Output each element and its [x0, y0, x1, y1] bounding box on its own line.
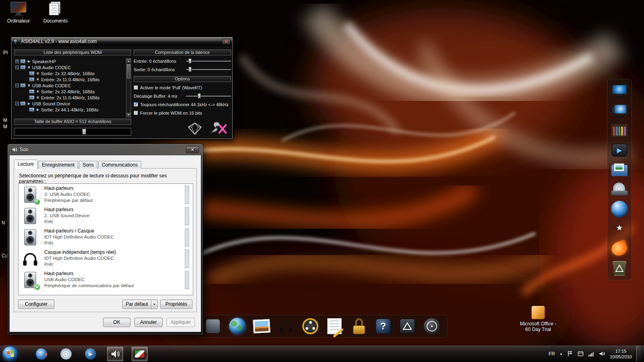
status-off-icon[interactable]: × [36, 95, 40, 100]
media-library-icon[interactable] [611, 122, 628, 139]
device-row[interactable]: Haut-parleurs / Casque IDT High Definiti… [19, 226, 193, 248]
volume-icon[interactable] [599, 351, 605, 357]
notes-icon[interactable] [326, 317, 343, 335]
status-off-icon[interactable]: × [36, 77, 40, 82]
show-desktop-button[interactable] [636, 346, 641, 362]
movies-reel-icon[interactable] [301, 317, 319, 335]
tree-item[interactable]: × Entrée: 2x 11.0-48kHz, 16Bits [14, 95, 125, 101]
tree-item[interactable]: - ▶ USB Sound Device [14, 101, 125, 107]
expander-icon[interactable]: + [15, 60, 19, 63]
recycle-bin-icon[interactable] [611, 260, 628, 277]
taskbar-volume-mixer-button[interactable] [107, 347, 123, 361]
device-row[interactable]: Haut-parleurs USB Audio CODEC Périphériq… [19, 269, 193, 290]
option-pull-mode[interactable]: Activer le mode 'Pull' (WaveRT) [134, 84, 231, 90]
close-button[interactable]: ✕ [186, 146, 199, 153]
taskbar-media-disc-icon[interactable] [58, 347, 74, 361]
buffer-size-slider[interactable] [14, 128, 131, 136]
tree-item[interactable]: ▶ Sortie: 2x 44.1-48kHz, 16Bits [14, 107, 125, 113]
device-row[interactable]: Casque indépendant (temps réel) IDT High… [19, 248, 193, 269]
ok-button[interactable]: OK [103, 318, 130, 327]
security-lock-icon[interactable] [350, 317, 368, 335]
status-play-icon[interactable]: ▶ [36, 108, 40, 111]
compass-browser-icon[interactable] [423, 317, 441, 335]
tab-lecture[interactable]: Lecture [14, 160, 37, 169]
status-off-icon[interactable]: × [27, 65, 31, 70]
recycle-box-icon[interactable] [398, 317, 416, 335]
hidden-icons-chevron[interactable]: ▲ [559, 352, 563, 356]
pictures-icon[interactable] [253, 317, 270, 335]
status-play-icon[interactable]: ▶ [27, 60, 31, 63]
expander-icon[interactable]: - [15, 84, 19, 87]
properties-button[interactable]: Propriétés [160, 300, 192, 309]
apply-button[interactable]: Appliquer [167, 318, 195, 327]
headphones-icon[interactable] [277, 317, 295, 335]
son-titlebar[interactable]: Son ✕ [9, 144, 201, 155]
status-off-icon[interactable]: × [36, 71, 40, 76]
slider-handle[interactable] [188, 67, 192, 72]
scroll-up-icon[interactable]: ▲ [126, 59, 131, 64]
slider-handle[interactable] [198, 93, 201, 99]
checkbox-checked[interactable] [134, 102, 138, 107]
scrollbar-vertical[interactable]: ▲ ▼ [126, 58, 131, 117]
tree-item[interactable]: × Entrée: 2x 11.0-48kHz, 16Bits [14, 76, 125, 82]
taskbar-media-player-icon[interactable]: ▶ [83, 347, 99, 361]
favorites-star-icon[interactable]: ★ [611, 220, 628, 237]
status-off-icon[interactable]: × [27, 83, 31, 88]
tree-item[interactable]: × Sortie: 2x 32-48kHz, 16Bits [14, 88, 125, 95]
dual-display-icon[interactable] [611, 102, 628, 119]
winamp-swoosh-icon[interactable] [611, 240, 628, 257]
tab-communications[interactable]: Communications [98, 161, 141, 169]
window-icon[interactable] [578, 351, 584, 357]
computer-icon[interactable] [611, 82, 628, 99]
expander-icon[interactable]: - [15, 102, 19, 105]
asio4all-diamond-icon[interactable] [188, 123, 202, 135]
desktop-icon-documents[interactable]: Documents [39, 2, 72, 24]
option-resample[interactable]: Toujours rééchantillonner 44.1kHz <-> 48… [134, 101, 231, 107]
tab-enregistrement[interactable]: Enregistrement [38, 161, 78, 169]
chevron-down-icon[interactable]: ▼ [151, 300, 157, 309]
start-button[interactable] [2, 346, 18, 362]
disc-drive-icon[interactable] [611, 181, 628, 198]
close-button[interactable]: ✕ [222, 39, 231, 45]
tree-item[interactable]: - × USB Audio CODEC [14, 64, 125, 70]
media-player-icon[interactable]: ▶ [611, 142, 628, 158]
desktop-icon-microsoft-office[interactable]: Microsoft Office - 60 Day Trial [517, 306, 559, 332]
action-center-flag-icon[interactable] [567, 351, 573, 357]
scrollbar-thumb[interactable] [127, 64, 130, 78]
buffer-offset-slider[interactable] [186, 93, 231, 99]
configure-button[interactable]: Configurer [18, 300, 54, 309]
playback-device-list[interactable]: Haut-parleurs 2- USB Audio CODEC Périphé… [18, 183, 193, 295]
slider-handle[interactable] [82, 129, 86, 135]
device-row[interactable]: Haut-parleurs 2- USB Sound Device Prêt [19, 205, 193, 226]
application-icon[interactable] [204, 317, 222, 335]
tab-sons[interactable]: Sons [79, 161, 97, 169]
cancel-button[interactable]: Annuler [134, 318, 163, 327]
expander-icon[interactable]: - [15, 66, 19, 69]
asio-titlebar[interactable]: ASIO4ALL v2.9 - www.asio4all.com ✕ [12, 37, 232, 46]
latency-in-slider[interactable] [186, 58, 231, 64]
tree-item[interactable]: × Sortie: 2x 32-48kHz, 16Bits [14, 70, 125, 76]
status-play-icon[interactable]: ▶ [27, 102, 31, 105]
network-icon[interactable] [588, 351, 594, 357]
taskbar-asio4all-button[interactable] [132, 347, 148, 361]
device-row[interactable]: Haut-parleurs 2- USB Audio CODEC Périphé… [19, 184, 193, 205]
photo-folder-icon[interactable] [611, 161, 628, 178]
language-indicator[interactable]: FR [549, 351, 555, 357]
checkbox-unchecked[interactable] [134, 111, 138, 115]
status-off-icon[interactable]: × [36, 89, 40, 94]
help-icon[interactable]: ? [374, 317, 392, 335]
browser-globe-icon[interactable] [229, 317, 246, 335]
taskbar-firefox-icon[interactable] [33, 347, 50, 361]
desktop-icon-ordinateur[interactable]: Ordinateur [2, 2, 35, 24]
scroll-down-icon[interactable]: ▼ [126, 112, 131, 117]
option-force-16bit[interactable]: Forcer le pilote WDM en 16 bits [134, 110, 231, 116]
tree-item[interactable]: - × USB Audio CODEC [14, 82, 125, 88]
music-orb-icon[interactable] [611, 201, 628, 218]
tree-item[interactable]: + ▶ Speaker/HP [14, 58, 125, 64]
set-default-split-button[interactable]: Par défaut ▼ [122, 300, 158, 309]
latency-out-slider[interactable] [186, 67, 231, 72]
tray-clock[interactable]: 17:15 10/05/2010 [610, 348, 632, 360]
slider-handle[interactable] [188, 58, 192, 64]
checkbox-unchecked[interactable] [134, 85, 138, 90]
advanced-options-wrench-icon[interactable] [208, 122, 227, 135]
